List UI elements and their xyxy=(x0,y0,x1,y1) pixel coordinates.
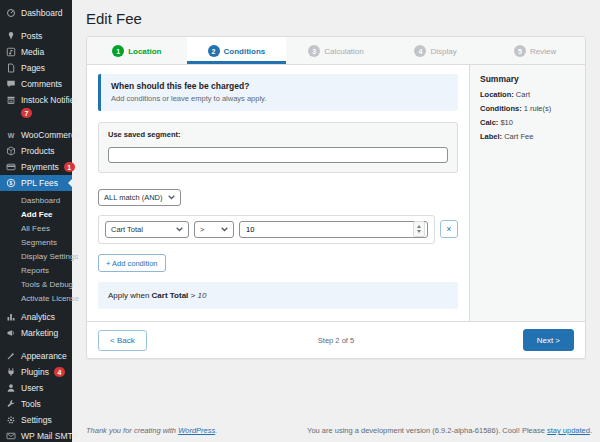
back-button[interactable]: < Back xyxy=(98,330,147,351)
fee-wizard-card: 1 Location 2 Conditions 3 Calculation 4 … xyxy=(86,36,586,359)
svg-text:W: W xyxy=(8,132,15,139)
submenu-item-add-fee[interactable]: Add Fee xyxy=(0,207,72,221)
pushpin-icon xyxy=(6,31,16,41)
step-number-badge: 5 xyxy=(514,45,526,57)
condition-rule-panel: Cart Total > xyxy=(98,215,435,244)
segment-input[interactable] xyxy=(108,147,448,163)
submenu-item-segments[interactable]: Segments xyxy=(0,235,72,249)
submenu-item-tools-debug[interactable]: Tools & Debug xyxy=(0,277,72,291)
sidebar-item-wp-mail-smtp[interactable]: WP Mail SMTP xyxy=(0,428,72,442)
sidebar-item-dashboard[interactable]: Dashboard xyxy=(0,5,72,21)
segment-label: Use saved segment: xyxy=(108,130,448,139)
step-label: Calculation xyxy=(324,47,364,56)
dollar-circle-icon: $ xyxy=(6,178,16,188)
step-tab-display[interactable]: 4 Display xyxy=(386,37,486,64)
notification-badge: 7 xyxy=(21,108,32,118)
main-content: Edit Fee 1 Location 2 Conditions 3 Calcu… xyxy=(72,0,600,442)
submenu-item-display-settings[interactable]: Display Settings xyxy=(0,249,72,263)
value-input[interactable] xyxy=(246,225,413,234)
ppl-fees-submenu: Dashboard Add Fee All Fees Segments Disp… xyxy=(0,191,72,309)
summary-row-label: Label: Cart Fee xyxy=(480,132,575,141)
info-banner: When should this fee be charged? Add con… xyxy=(98,74,458,111)
step-tab-calculation[interactable]: 3 Calculation xyxy=(286,37,386,64)
megaphone-icon xyxy=(6,328,16,338)
next-button[interactable]: Next > xyxy=(523,329,574,351)
summary-title: Summary xyxy=(480,74,575,84)
sidebar-label: Appearance xyxy=(21,352,67,361)
sidebar-item-media[interactable]: Media xyxy=(0,44,72,60)
step-label: Review xyxy=(530,47,556,56)
media-icon xyxy=(6,47,16,57)
sidebar-item-comments[interactable]: Comments xyxy=(0,76,72,92)
plug-icon xyxy=(6,367,16,377)
sidebar-item-users[interactable]: Users xyxy=(0,380,72,396)
storefront-icon xyxy=(6,95,16,105)
sidebar-label: Users xyxy=(21,384,43,393)
bar-chart-icon xyxy=(6,312,16,322)
woocommerce-icon: W xyxy=(6,130,16,140)
sidebar-label: Plugins xyxy=(21,368,49,377)
operator-select-value: > xyxy=(200,225,204,234)
sidebar-label: Posts xyxy=(21,32,42,41)
step-label: Conditions xyxy=(224,47,266,56)
wizard-stepper: 1 Location 2 Conditions 3 Calculation 4 … xyxy=(87,37,585,65)
sidebar-item-instock-notifier[interactable]: Instock Notifier xyxy=(0,92,72,108)
summary-label: Conditions: xyxy=(480,104,522,113)
sidebar-item-woocommerce[interactable]: W WooCommerce xyxy=(0,127,72,143)
submenu-item-reports[interactable]: Reports xyxy=(0,263,72,277)
sidebar-label: Dashboard xyxy=(21,9,63,18)
sidebar-item-products[interactable]: Products xyxy=(0,143,72,159)
summary-value: 1 rule(s) xyxy=(524,104,552,113)
step-tab-conditions[interactable]: 2 Conditions xyxy=(187,37,287,64)
sidebar-item-pages[interactable]: Pages xyxy=(0,60,72,76)
step-label: Display xyxy=(430,47,456,56)
dashboard-icon xyxy=(6,8,16,18)
summary-value: Cart Fee xyxy=(504,132,533,141)
number-spinner[interactable] xyxy=(413,221,425,237)
remove-condition-button[interactable]: × xyxy=(440,220,458,238)
gear-icon xyxy=(6,415,16,425)
sidebar-item-posts[interactable]: Posts xyxy=(0,28,72,44)
chevron-down-icon xyxy=(176,227,183,232)
sidebar-item-marketing[interactable]: Marketing xyxy=(0,325,72,341)
sidebar-item-payments[interactable]: Payments 1 xyxy=(0,159,72,175)
sidebar-label: Tools xyxy=(21,400,41,409)
conditions-panel: When should this fee be charged? Add con… xyxy=(87,65,469,321)
sidebar-item-appearance[interactable]: Appearance xyxy=(0,348,72,364)
sidebar-item-analytics[interactable]: Analytics xyxy=(0,309,72,325)
summary-panel: Summary Location: Cart Conditions: 1 rul… xyxy=(469,65,585,321)
submenu-item-activate-license[interactable]: Activate License xyxy=(0,291,72,305)
apply-operator: > xyxy=(191,291,196,300)
match-type-value: ALL match (AND) xyxy=(104,193,163,202)
sidebar-item-settings[interactable]: Settings xyxy=(0,412,72,428)
notification-badge: 4 xyxy=(54,367,65,377)
step-tab-location[interactable]: 1 Location xyxy=(87,37,187,64)
field-select[interactable]: Cart Total xyxy=(105,221,189,238)
sidebar-item-ppl-fees[interactable]: $ PPL Fees xyxy=(0,175,72,191)
wordpress-link[interactable]: WordPress xyxy=(178,426,215,435)
summary-label: Label: xyxy=(480,132,502,141)
match-type-select[interactable]: ALL match (AND) xyxy=(98,189,181,206)
add-condition-button[interactable]: + Add condition xyxy=(98,254,166,272)
sidebar-label: Instock Notifier xyxy=(21,96,77,105)
sidebar-label: Products xyxy=(21,147,55,156)
apply-summary: Apply when Cart Total > 10 xyxy=(98,282,458,309)
field-select-value: Cart Total xyxy=(111,225,143,234)
sidebar-item-tools[interactable]: Tools xyxy=(0,396,72,412)
sidebar-item-plugins[interactable]: Plugins 4 xyxy=(0,364,72,380)
submenu-item-dashboard[interactable]: Dashboard xyxy=(0,193,72,207)
stay-updated-link[interactable]: stay updated xyxy=(547,426,590,435)
wrench-icon xyxy=(6,399,16,409)
step-label: Location xyxy=(128,47,161,56)
sidebar-label: Comments xyxy=(21,80,62,89)
summary-row-conditions: Conditions: 1 rule(s) xyxy=(480,104,575,113)
mail-icon xyxy=(6,431,16,441)
operator-select[interactable]: > xyxy=(194,221,234,238)
submenu-item-all-fees[interactable]: All Fees xyxy=(0,221,72,235)
sidebar-label: Analytics xyxy=(21,313,55,322)
sidebar-label: Marketing xyxy=(21,329,58,338)
page-title: Edit Fee xyxy=(86,10,586,27)
step-tab-review[interactable]: 5 Review xyxy=(485,37,585,64)
box-icon xyxy=(6,146,16,156)
admin-sidebar: Dashboard Posts Media Pages Comments Ins… xyxy=(0,0,72,442)
